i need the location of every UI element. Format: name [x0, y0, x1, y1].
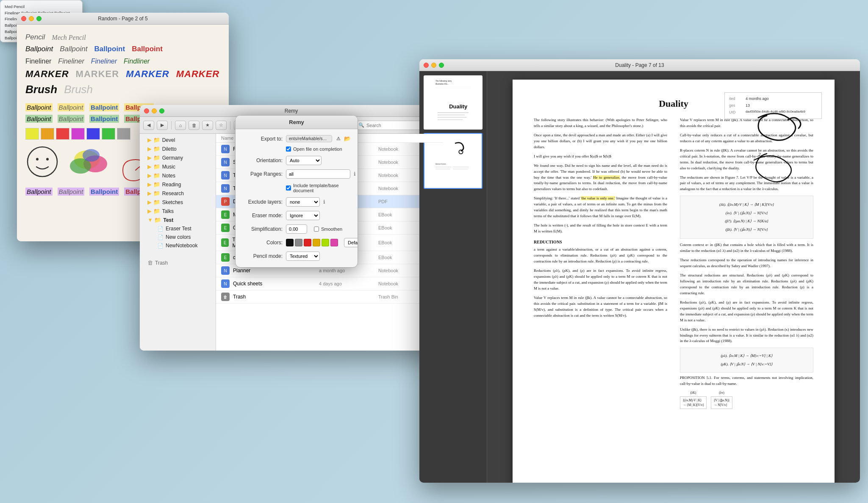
row-name-label: Trash	[233, 294, 246, 300]
export-to-label: Export to:	[242, 136, 283, 142]
orientation-row: Orientation: Auto Portrait Landscape	[242, 156, 351, 165]
list-row-name: N Quick sheets	[221, 279, 319, 288]
pen-row-5: Brush Brush	[25, 83, 220, 96]
duality-maximize-button[interactable]	[439, 63, 444, 68]
smoothen-checkbox-label[interactable]: Smoothen	[314, 227, 342, 232]
pdf-para-9: Value V replaces term M in rule (βk). A …	[534, 295, 667, 319]
toolbar-star2-btn[interactable]: ☆	[216, 121, 227, 130]
row-name-label: Quick sheets	[233, 281, 262, 287]
include-template-checkbox-label[interactable]: Include template/base document	[286, 183, 351, 193]
svg-rect-13	[438, 112, 469, 113]
math-formula-1: (λk). ⟨(λv.M)·V | K⟩ → ⟨M | K⟩[V/v]	[684, 202, 810, 208]
remy-minimize-button[interactable]	[152, 108, 157, 113]
open-completion-row: Open file on completion	[286, 146, 351, 152]
minimize-button[interactable]	[29, 16, 34, 21]
list-row-name: 🗑 Trash	[221, 293, 319, 301]
sidebar-item-talks[interactable]: ▶ 📁 Talks	[141, 207, 214, 216]
smoothen-checkbox[interactable]	[314, 227, 319, 232]
color-chip-green[interactable]	[322, 239, 329, 246]
export-folder-icon[interactable]: 📂	[344, 135, 351, 142]
folder-icon-devel: ▶ 📁	[147, 137, 160, 143]
hl-ballpoint-1: Ballpoint	[25, 103, 53, 111]
colors-default-select[interactable]: Default	[344, 238, 358, 247]
toolbar-sep-1	[171, 121, 172, 130]
color-chip-yellow[interactable]	[313, 239, 320, 246]
maximize-button[interactable]	[36, 16, 42, 21]
color-boxes	[25, 128, 130, 140]
open-completion-checkbox-label[interactable]: Open file on completion	[286, 146, 342, 152]
sidebar-item-eraser-test[interactable]: 📄 Eraser Test	[141, 224, 214, 233]
pen-row-4: MARKER MARKER MARKER MARKER	[25, 69, 220, 80]
toolbar-star-btn[interactable]: ★	[202, 121, 213, 130]
color-chip-pink[interactable]	[330, 239, 338, 246]
duality-minimize-button[interactable]	[431, 63, 436, 68]
row-type-icon: 🗑	[221, 293, 230, 301]
exclude-layers-select[interactable]: none	[286, 197, 320, 207]
orientation-select[interactable]: Auto Portrait Landscape	[286, 156, 322, 165]
folder-icon-notes: ▶ 📁	[147, 172, 160, 179]
orientation-label: Orientation:	[242, 158, 283, 163]
svg-rect-23	[453, 169, 468, 169]
color-chip-red[interactable]	[304, 239, 311, 246]
simplification-input[interactable]	[286, 224, 307, 234]
toolbar-forward-btn[interactable]: ▶	[157, 121, 168, 130]
toolbar-home-btn[interactable]: ⌂	[175, 121, 186, 130]
page-ranges-input[interactable]	[286, 169, 350, 179]
sidebar-item-new-colors[interactable]: 📄 New colors	[141, 233, 214, 241]
row-type-icon: N	[221, 158, 230, 166]
eraser-mode-select[interactable]: Ignore Apply	[286, 211, 320, 220]
pen-marker-blue: MARKER	[126, 69, 169, 80]
pen-ballpoint-blue: Ballpoint	[94, 45, 125, 53]
math-formula-2: (λv). ⟨V | (μ̃v.N)⟩ → N[V/v]	[684, 210, 810, 216]
sidebar-item-new-notebook[interactable]: 📄 NewNotebook	[141, 241, 214, 250]
row-name-label: Planner	[233, 268, 250, 274]
sidebar-item-devel[interactable]: ▶ 📁 Devel	[141, 135, 214, 144]
trash-icon: 🗑	[147, 260, 153, 266]
svg-point-2	[46, 158, 49, 160]
pdf-sidebar: The following story illustrates this... …	[419, 71, 487, 483]
math-table-1: (λK) ⟨(λv.M)·V | K⟩ → ⟨M | K⟩[V/v]	[680, 390, 707, 409]
color-chip-black[interactable]	[286, 239, 294, 246]
export-dialog-body: Export to: ents/reMarkable/saved/Duality…	[236, 129, 358, 268]
sidebar-item-germany[interactable]: ▶ 📁 Germany	[141, 153, 214, 162]
sidebar-item-trash[interactable]: 🗑 Trash	[141, 258, 214, 267]
pen-row-2: Ballpoint Ballpoint Ballpoint Ballpoint	[25, 45, 220, 53]
math-table-2: (λv) ⟨V | (μ̃v.N)⟩ → N[V/v]	[711, 390, 732, 409]
include-template-label: Include template/base document	[293, 183, 351, 193]
duality-close-button[interactable]	[424, 63, 429, 68]
exclude-layers-label: Exclude layers:	[242, 199, 283, 205]
shapes-doodle	[64, 141, 114, 183]
list-row[interactable]: N Quick sheets 4 days ago Notebook ✓	[216, 277, 443, 290]
smiley-doodle	[25, 145, 59, 179]
remy-maximize-button[interactable]	[159, 108, 164, 113]
simplification-row: Simplification: Smoothen	[242, 224, 351, 234]
sidebar-item-research[interactable]: ▶ 📁 Research	[141, 189, 214, 198]
close-button[interactable]	[21, 16, 26, 21]
simplification-label: Simplification:	[242, 226, 283, 232]
drawing-window-title: Random - Page 2 of 5	[98, 16, 147, 22]
sidebar-item-reading[interactable]: ▶ 📁 Reading	[141, 180, 214, 189]
sidebar-label-notes: Notes	[162, 173, 175, 179]
eraser-mode-label: Eraser mode:	[242, 213, 283, 218]
toolbar-delete-btn[interactable]: 🗑	[189, 121, 200, 130]
pdf-rpara-1: Value V replaces term M in rule (βk). A …	[680, 117, 813, 129]
toolbar-back-btn[interactable]: ◀	[143, 121, 154, 130]
row-type-icon: P	[221, 197, 230, 206]
sidebar-item-music[interactable]: ▶ 📁 Music	[141, 162, 214, 171]
sidebar-item-test[interactable]: ▼ 📁 Test	[141, 216, 214, 224]
file-icon-notebook: 📄	[158, 243, 164, 249]
open-completion-checkbox[interactable]	[286, 146, 291, 152]
export-path-value[interactable]: ents/reMarkable/saved/Duality.pdf	[286, 135, 332, 142]
pencil-mode-select[interactable]: Textured Plain	[286, 252, 320, 261]
pen-row-3: Fineliner Fineliner Fineliner Findliner	[25, 57, 220, 65]
pdf-thumb-1[interactable]: The following story illustrates this... …	[424, 75, 483, 130]
remy-close-button[interactable]	[144, 108, 149, 113]
color-chip-grey[interactable]	[295, 239, 302, 246]
include-template-checkbox[interactable]	[286, 185, 291, 191]
remy-sidebar: ▶ 📁 Devel ▶ 📁 Diletto ▶ 📁 Germany ▶ 📁 Mu…	[140, 134, 216, 351]
list-row[interactable]: 🗑 Trash Trash Bin	[216, 290, 443, 304]
sidebar-item-sketches[interactable]: ▶ 📁 Sketches	[141, 198, 214, 207]
export-dialog-title: Remy	[289, 119, 304, 125]
sidebar-item-notes[interactable]: ▶ 📁 Notes	[141, 171, 214, 180]
sidebar-item-diletto[interactable]: ▶ 📁 Diletto	[141, 144, 214, 153]
